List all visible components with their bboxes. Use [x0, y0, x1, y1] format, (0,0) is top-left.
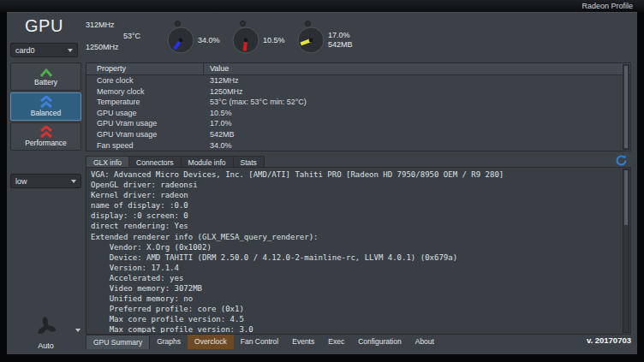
profile-battery-button[interactable]: Battery [10, 62, 81, 91]
bottom-tab-gpu-summary[interactable]: GPU Summary [86, 335, 150, 349]
gauges: 34.0%10.5%17.0%542MB [166, 21, 361, 60]
property-cell: Temperature [86, 98, 204, 109]
property-cell: Fan speed [86, 141, 204, 151]
double-chevron-up-icon [39, 126, 54, 139]
value-cell: 312MHz [204, 76, 239, 87]
gauge-dial-icon [231, 26, 260, 55]
auto-fan-button[interactable]: Auto [10, 306, 81, 352]
gauge-fan-speed: 34.0% [166, 21, 231, 60]
info-tabbar: GLX infoConnectorsModule infoStats [86, 153, 631, 167]
table-row[interactable]: Temperature53°C (max: 53°C min: 52°C) [86, 98, 622, 109]
property-cell: GPU Vram usage [86, 119, 204, 130]
gauge-value: 34.0% [198, 36, 220, 45]
value-cell: 17.0% [204, 119, 232, 130]
auto-label: Auto [38, 341, 54, 350]
profile-balanced-button[interactable]: Balanced [10, 92, 81, 121]
bottom-tab-configuration[interactable]: Configuration [351, 335, 408, 349]
glx-info-panel: VGA: Advanced Micro Devices, Inc. [AMD/A… [86, 167, 631, 335]
property-column-header[interactable]: Property [86, 63, 204, 74]
summary-table-body: Core clock312MHzMemory clock1250MHzTempe… [86, 76, 622, 151]
core-clock-reading: 312MHz [86, 21, 115, 29]
fan-icon [33, 314, 59, 340]
profile-performance-button[interactable]: Performance [10, 122, 81, 151]
property-cell: GPU Vram usage [86, 130, 204, 141]
value-cell: 10.5% [204, 109, 232, 120]
card-select[interactable]: card0 [10, 43, 78, 57]
chevron-down-icon [75, 329, 80, 332]
window-titlebar[interactable]: Radeon Profile [0, 0, 644, 12]
bottom-tab-overclock[interactable]: Overclock [188, 335, 234, 349]
info-line: Max core profile version: 4.5 [91, 314, 620, 324]
refresh-icon [615, 154, 628, 167]
info-line: Extended renderer info (GLX_MESA_query_r… [91, 232, 620, 242]
table-row[interactable]: Core clock312MHz [86, 76, 622, 87]
table-row[interactable]: Fan speed34.0% [86, 141, 622, 151]
info-line: Version: 17.1.4 [91, 263, 620, 273]
info-line: Preferred profile: core (0x1) [91, 304, 620, 314]
chevron-down-icon [71, 180, 76, 183]
value-column-header[interactable]: Value [204, 63, 229, 74]
value-cell: 1250MHz [204, 87, 243, 98]
memory-clock-reading: 1250MHz [86, 43, 119, 51]
chevron-down-icon [68, 49, 73, 52]
property-cell: GPU usage [86, 109, 204, 120]
table-row[interactable]: GPU usage10.5% [86, 109, 622, 120]
info-line: display: :0 screen: 0 [91, 211, 620, 221]
info-line: name of display: :0.0 [91, 200, 620, 211]
value-cell: 34.0% [204, 141, 232, 151]
double-chevron-up-icon [39, 96, 54, 109]
bottom-tab-events[interactable]: Events [285, 335, 321, 349]
bottom-tab-exec[interactable]: Exec [321, 335, 351, 349]
info-tabs-container: GLX infoConnectorsModule infoStats [86, 153, 264, 168]
info-line: Kernel driver: radeon [91, 190, 620, 200]
table-row[interactable]: GPU Vram usage542MB [86, 130, 622, 141]
app-window: GPU card0 312MHz 53°C 1250MHz 34.0%10.5%… [7, 12, 637, 354]
info-line: OpenGL driver: radeonsi [91, 180, 620, 190]
profile-label: Balanced [31, 109, 61, 117]
info-line: Vendor: X.Org (0x1002) [91, 242, 620, 252]
power-level-select[interactable]: low [10, 174, 81, 188]
screen: Radeon Profile GPU card0 312MHz 53°C 125… [0, 0, 644, 362]
table-scrollbar[interactable] [623, 64, 629, 150]
version-label: v. 20170703 [587, 335, 631, 345]
property-cell: Memory clock [86, 87, 204, 98]
info-line: Device: AMD TAHITI (DRM 2.50.0 / 4.12.0-… [91, 252, 620, 263]
gauge-value: 10.5% [263, 36, 285, 45]
info-line: VGA: Advanced Micro Devices, Inc. [AMD/A… [91, 169, 620, 180]
bottom-tabbar-tabs: GPU SummaryGraphsOverclockFan ControlEve… [86, 335, 637, 349]
info-line: Unified memory: no [91, 294, 620, 304]
table-row[interactable]: GPU Vram usage17.0% [86, 119, 622, 130]
gauge-vram-usage: 17.0%542MB [296, 21, 361, 60]
summary-table: Property Value Core clock312MHzMemory cl… [86, 62, 631, 151]
value-cell: 542MB [204, 130, 235, 141]
info-line: Accelerated: yes [91, 273, 620, 283]
bottom-tab-graphs[interactable]: Graphs [150, 335, 188, 349]
card-select-value: card0 [15, 46, 35, 55]
value-cell: 53°C (max: 53°C min: 52°C) [204, 98, 307, 109]
power-level-value: low [15, 177, 27, 186]
profile-label: Performance [25, 139, 67, 147]
chevron-up-icon [39, 67, 54, 78]
temperature-reading: 53°C [123, 32, 140, 40]
profile-label: Battery [34, 78, 57, 86]
table-row[interactable]: Memory clock1250MHz [86, 87, 622, 98]
gpu-heading: GPU [25, 16, 63, 36]
bottom-tab-fan-control[interactable]: Fan Control [234, 335, 285, 349]
scrollbar-thumb[interactable] [624, 170, 628, 225]
table-header: Property Value [86, 63, 630, 75]
info-line: Max compat profile version: 3.0 [91, 324, 620, 333]
info-line: direct rendering: Yes [91, 221, 620, 231]
gauge-gpu-usage: 10.5% [231, 21, 296, 60]
window-title: Radeon Profile [581, 2, 633, 10]
glx-info-text: VGA: Advanced Micro Devices, Inc. [AMD/A… [91, 169, 620, 333]
gauge-dial-icon [296, 26, 325, 55]
scrollbar-thumb[interactable] [624, 66, 628, 148]
refresh-button[interactable] [613, 153, 629, 167]
bottom-tab-about[interactable]: About [408, 335, 441, 349]
property-cell: Core clock [86, 76, 204, 87]
info-line: Video memory: 3072MB [91, 283, 620, 294]
info-scrollbar[interactable] [623, 169, 629, 333]
gauge-dial-icon [166, 26, 195, 55]
gauge-value: 17.0%542MB [328, 31, 353, 50]
